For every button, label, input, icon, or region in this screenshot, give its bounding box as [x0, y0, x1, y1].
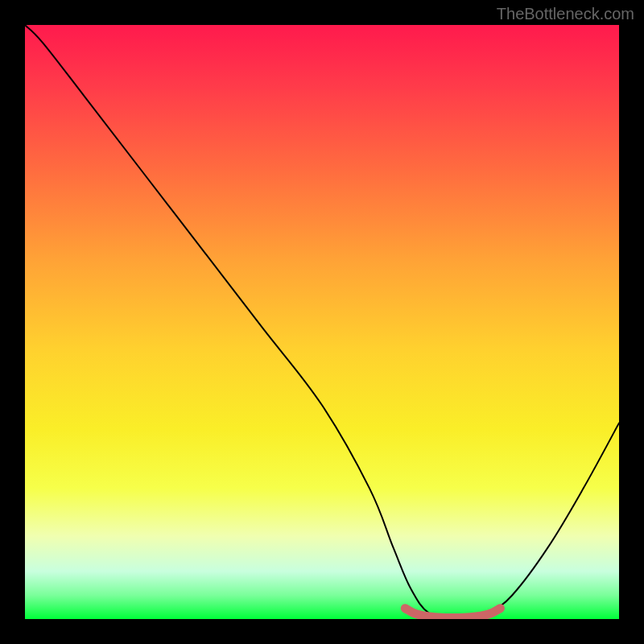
watermark-text: TheBottleneck.com [497, 5, 634, 23]
chart-svg [25, 25, 619, 619]
plot-area [25, 25, 619, 619]
bottleneck-curve [25, 25, 619, 619]
sweet-spot-highlight [405, 609, 500, 618]
